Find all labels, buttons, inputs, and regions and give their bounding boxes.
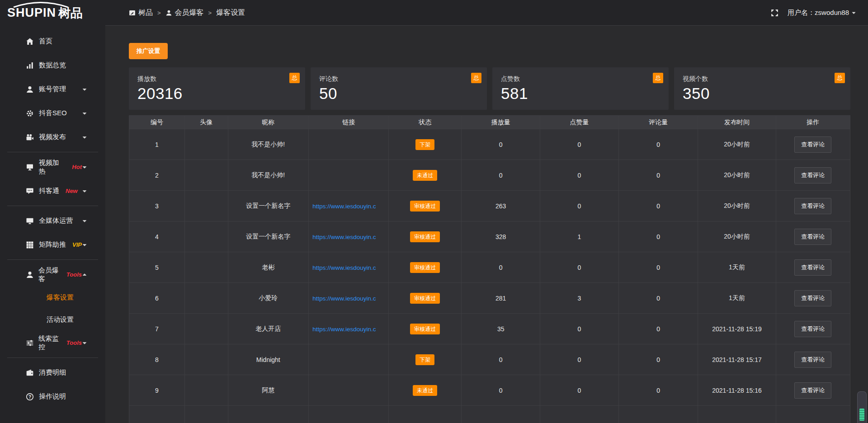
sidebar-item-label: 全媒体运营 <box>39 216 73 225</box>
view-comments-button[interactable]: 查看评论 <box>794 382 831 399</box>
sidebar: SHUPIN 树品 首页数据总览账号管理抖音SEO视频发布视频加热Hot抖客通N… <box>0 0 105 423</box>
cell-id: 1 <box>129 129 185 160</box>
user-menu[interactable]: 用户名：zswodun88 <box>788 9 856 17</box>
sidebar-item-clue-monitor[interactable]: 线索监控Tools <box>0 331 105 355</box>
total-badge: 总 <box>471 73 481 83</box>
stat-card: 评论数50总 <box>311 67 487 110</box>
sidebar-item-label: 抖音SEO <box>39 109 67 118</box>
cell-link: https://www.iesdouyin.c <box>309 221 389 252</box>
cell-action: 查看评论 <box>776 375 850 406</box>
view-comments-button[interactable]: 查看评论 <box>794 321 831 337</box>
breadcrumb-item-burst-settings[interactable]: 爆客设置 <box>216 8 245 18</box>
cell-action: 查看评论 <box>776 283 850 314</box>
sidebar-subitem-activity-settings[interactable]: 活动设置 <box>0 309 105 331</box>
promo-settings-button[interactable]: 推广设置 <box>129 43 168 59</box>
chevron-down-icon <box>851 10 856 15</box>
floating-widget[interactable] <box>857 391 867 423</box>
cell-likes: 0 <box>540 160 619 191</box>
cell-avatar <box>184 375 228 406</box>
cell-id: 4 <box>129 221 185 252</box>
chevron-down-icon <box>82 218 87 224</box>
sidebar-item-operation-guide[interactable]: ?操作说明 <box>0 385 105 409</box>
sidebar-item-home[interactable]: 首页 <box>0 29 105 53</box>
cell-plays: 328 <box>462 221 540 252</box>
table-row: 2我不是小帅!未通过00020小时前查看评论 <box>129 160 850 191</box>
sidebar-item-all-media[interactable]: 全媒体运营 <box>0 209 105 233</box>
cell-id <box>129 406 185 423</box>
cell-comments <box>618 406 698 423</box>
cell-avatar <box>184 344 228 375</box>
cell-time: 20小时前 <box>698 191 776 221</box>
videos-table-wrap: 编号头像昵称链接状态播放量点赞量评论量发布时间操作 1我不是小帅!下架00020… <box>129 115 850 423</box>
status-badge: 未通过 <box>413 385 437 396</box>
sliders-icon <box>26 339 34 347</box>
menu-tag: New <box>66 188 78 194</box>
cell-time: 2021-11-28 15:19 <box>698 314 776 344</box>
sidebar-item-matrix-boost[interactable]: 矩阵助推VIP <box>0 233 105 257</box>
sidebar-item-douketong[interactable]: 抖客通New <box>0 179 105 203</box>
cell-avatar <box>184 314 228 344</box>
cell-time: 20小时前 <box>698 129 776 160</box>
sidebar-subitem-burst-settings[interactable]: 爆客设置 <box>0 287 105 309</box>
cell-time: 2021-11-28 15:16 <box>698 375 776 406</box>
cell-id: 2 <box>129 160 185 191</box>
sidebar-item-data-overview[interactable]: 数据总览 <box>0 53 105 77</box>
view-comments-button[interactable]: 查看评论 <box>794 167 831 183</box>
stat-card-value: 50 <box>319 85 478 103</box>
topbar-right: 用户名：zswodun88 <box>771 9 856 17</box>
sidebar-item-member-burst[interactable]: 会员爆客Tools <box>0 263 105 287</box>
column-header: 播放量 <box>462 116 540 129</box>
cell-link <box>309 406 389 423</box>
cell-likes: 0 <box>540 252 619 283</box>
cell-action: 查看评论 <box>776 129 850 160</box>
video-link[interactable]: https://www.iesdouyin.c <box>312 234 376 240</box>
cell-link: https://www.iesdouyin.c <box>309 314 389 344</box>
status-badge: 审核通过 <box>410 231 440 242</box>
sidebar-item-video-heat[interactable]: 视频加热Hot <box>0 155 105 179</box>
sidebar-item-douyin-seo[interactable]: 抖音SEO <box>0 101 105 125</box>
status-badge: 未通过 <box>413 170 437 181</box>
sidebar-item-account-manage[interactable]: 账号管理 <box>0 77 105 101</box>
cell-link: https://www.iesdouyin.c <box>309 283 389 314</box>
status-badge: 审核通过 <box>410 262 440 273</box>
username-label: 用户名：zswodun88 <box>788 9 849 17</box>
column-header: 操作 <box>776 116 850 129</box>
total-badge: 总 <box>653 73 663 83</box>
cell-action: 查看评论 <box>776 160 850 191</box>
breadcrumb-item-shupin[interactable]: 树品 <box>129 8 153 18</box>
view-comments-button[interactable]: 查看评论 <box>794 136 831 153</box>
cell-action: 查看评论 <box>776 221 850 252</box>
cell-avatar <box>184 406 228 423</box>
view-comments-button[interactable]: 查看评论 <box>794 290 831 306</box>
gear-icon <box>26 109 34 118</box>
chevron-down-icon <box>82 164 87 170</box>
sidebar-item-spend-detail[interactable]: 消费明细 <box>0 361 105 385</box>
sidebar-item-label: 视频加热 <box>39 159 66 176</box>
sidebar-item-video-publish[interactable]: 视频发布 <box>0 125 105 149</box>
stat-card-value: 350 <box>683 85 841 103</box>
fullscreen-icon[interactable] <box>771 9 778 17</box>
view-comments-button[interactable]: 查看评论 <box>794 198 831 214</box>
help-icon: ? <box>26 393 34 401</box>
column-header: 昵称 <box>228 116 309 129</box>
view-comments-button[interactable]: 查看评论 <box>794 229 831 245</box>
cell-comments: 0 <box>618 129 698 160</box>
app-window: SHUPIN 树品 首页数据总览账号管理抖音SEO视频发布视频加热Hot抖客通N… <box>0 0 868 423</box>
sidebar-divider <box>7 206 98 206</box>
view-comments-button[interactable]: 查看评论 <box>794 259 831 276</box>
video-link[interactable]: https://www.iesdouyin.c <box>312 326 376 333</box>
cell-plays: 0 <box>462 160 540 191</box>
video-link[interactable]: https://www.iesdouyin.c <box>312 295 376 302</box>
video-link[interactable]: https://www.iesdouyin.c <box>312 264 376 271</box>
cell-link <box>309 344 389 375</box>
app-icon <box>129 9 136 16</box>
cell-nickname: Midnight <box>228 344 309 375</box>
total-badge: 总 <box>835 73 845 83</box>
cell-time: 1天前 <box>698 252 776 283</box>
cell-status: 审核通过 <box>389 283 462 314</box>
video-link[interactable]: https://www.iesdouyin.c <box>312 203 376 210</box>
content: 推广设置 播放数20316总评论数50总点赞数581总视频个数350总 编号头像… <box>105 26 868 423</box>
sidebar-item-label: 消费明细 <box>39 368 66 377</box>
breadcrumb-item-member-burst[interactable]: 会员爆客 <box>165 8 204 18</box>
view-comments-button[interactable]: 查看评论 <box>794 352 831 368</box>
